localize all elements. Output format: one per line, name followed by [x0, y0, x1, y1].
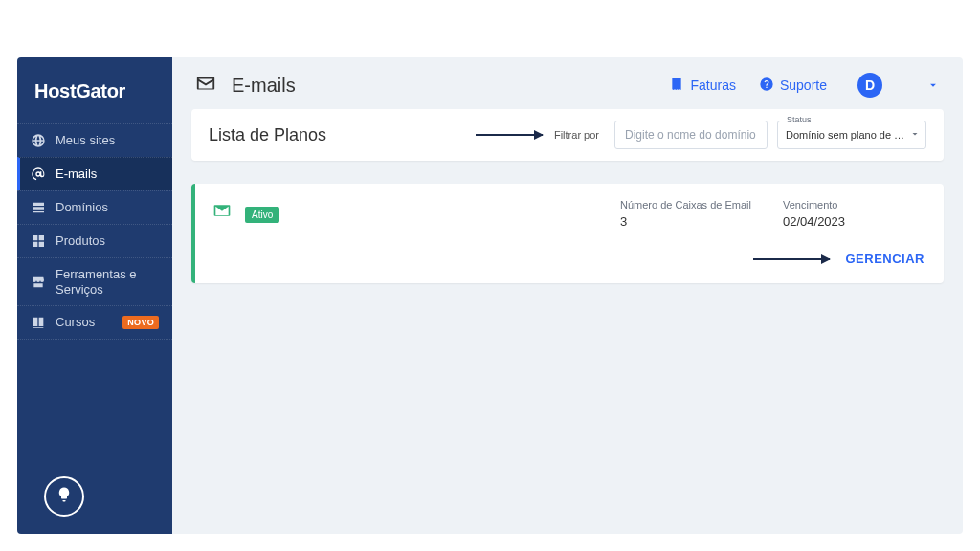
annotation-arrow-manage: [753, 258, 832, 260]
server-icon: [31, 200, 46, 215]
filter-panel: Lista de Planos Filtrar por Status Domín…: [191, 109, 944, 161]
mailbox-count-value: 3: [620, 214, 764, 229]
sidebar-item-products[interactable]: Produtos: [17, 224, 172, 257]
sidebar-item-label: Domínios: [56, 200, 159, 215]
sidebar-item-courses[interactable]: Cursos NOVO: [17, 305, 172, 340]
domain-search-input[interactable]: [614, 121, 768, 149]
main-area: E-mails Faturas Suporte D Lista de Plano…: [172, 57, 963, 534]
chevron-down-icon: [909, 126, 921, 143]
sidebar: HostGator Meus sites E-mails Domínios Pr…: [17, 57, 172, 534]
sidebar-item-sites[interactable]: Meus sites: [17, 123, 172, 157]
sidebar-item-emails[interactable]: E-mails: [17, 157, 172, 190]
invoices-link[interactable]: Faturas: [669, 77, 735, 95]
expiration-value: 02/04/2023: [783, 214, 926, 229]
app-shell: HostGator Meus sites E-mails Domínios Pr…: [17, 57, 963, 534]
lightbulb-icon: [56, 486, 73, 507]
sidebar-item-label: Meus sites: [56, 133, 159, 148]
globe-icon: [31, 133, 46, 148]
support-link[interactable]: Suporte: [759, 77, 827, 95]
sidebar-item-label: Produtos: [56, 233, 159, 249]
brand-logo: HostGator: [17, 80, 172, 123]
mail-icon: [195, 73, 216, 98]
expiration-col: Vencimento 02/04/2023: [783, 199, 926, 229]
topbar: E-mails Faturas Suporte D: [172, 57, 963, 107]
sidebar-item-tools[interactable]: Ferramentas e Serviços: [17, 257, 172, 305]
help-icon: [759, 77, 774, 95]
sidebar-item-label: Ferramentas e Serviços: [56, 267, 159, 297]
invoices-label: Faturas: [690, 77, 735, 93]
sidebar-nav: Meus sites E-mails Domínios Produtos Fer…: [17, 123, 172, 340]
expiration-label: Vencimento: [783, 199, 926, 210]
status-legend: Status: [784, 115, 814, 124]
page-title: E-mails: [232, 75, 296, 97]
mailbox-count-label: Número de Caixas de Email: [620, 199, 764, 210]
sidebar-item-label: E-mails: [56, 166, 159, 182]
manage-button[interactable]: GERENCIAR: [843, 248, 926, 270]
store-icon: [31, 275, 46, 290]
avatar[interactable]: D: [858, 73, 882, 98]
filter-label: Filtrar por: [554, 129, 599, 141]
tips-button[interactable]: [44, 476, 84, 517]
account-caret[interactable]: [926, 78, 940, 92]
sidebar-item-domains[interactable]: Domínios: [17, 190, 172, 224]
mailbox-count-col: Número de Caixas de Email 3: [620, 199, 764, 229]
plan-card: Ativo Número de Caixas de Email 3 Vencim…: [191, 184, 944, 283]
at-icon: [31, 166, 46, 182]
status-select[interactable]: Status Domínio sem plano de …: [777, 121, 926, 149]
sidebar-item-label: Cursos: [56, 315, 113, 330]
grid-icon: [31, 233, 46, 249]
panel-title: Lista de Planos: [209, 125, 326, 145]
novo-badge: NOVO: [122, 316, 159, 329]
book-icon: [31, 315, 46, 330]
support-label: Suporte: [780, 77, 827, 93]
receipt-icon: [669, 77, 684, 95]
annotation-arrow-filter: [336, 134, 545, 136]
status-badge: Ativo: [245, 207, 279, 223]
status-value: Domínio sem plano de …: [786, 129, 904, 141]
mail-icon: [212, 201, 232, 224]
